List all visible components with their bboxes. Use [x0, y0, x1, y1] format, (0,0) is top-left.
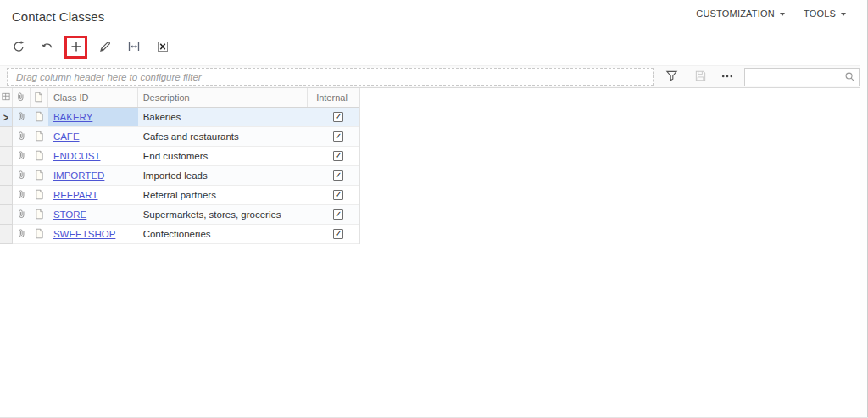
description-cell[interactable]: Bakeries: [138, 108, 309, 127]
notes-column-header[interactable]: [31, 88, 48, 107]
class-id-link[interactable]: BAKERY: [53, 112, 92, 122]
internal-cell: [308, 108, 359, 127]
row-attachment-cell[interactable]: [13, 108, 31, 127]
row-notes-cell[interactable]: [31, 205, 48, 225]
refresh-icon: [12, 40, 25, 53]
class-id-link[interactable]: CAFE: [53, 131, 80, 142]
row-attachment-cell[interactable]: [13, 225, 31, 244]
filter-drop-zone[interactable]: Drag column header here to configure fil…: [7, 68, 654, 86]
paperclip-icon: [16, 111, 27, 124]
row-notes-cell[interactable]: [31, 186, 48, 205]
row-notes-cell[interactable]: [31, 166, 48, 186]
table-row[interactable]: SWEETSHOP Confectioneries: [0, 225, 359, 244]
class-id-cell: BAKERY: [48, 108, 138, 127]
paperclip-icon: [16, 189, 27, 202]
row-attachment-cell[interactable]: [13, 147, 31, 166]
paperclip-icon: [16, 228, 27, 241]
table-row[interactable]: CAFE Cafes and restaurants: [0, 127, 359, 147]
paperclip-icon: [16, 170, 27, 182]
row-attachment-cell[interactable]: [13, 205, 31, 225]
fit-width-button[interactable]: [122, 36, 145, 59]
description-cell[interactable]: Supermarkets, stores, groceries: [138, 205, 309, 225]
class-id-link[interactable]: IMPORTED: [53, 170, 105, 181]
internal-checkbox[interactable]: [333, 170, 343, 181]
internal-checkbox[interactable]: [333, 151, 343, 161]
row-selector[interactable]: [0, 127, 13, 147]
paperclip-icon: [16, 131, 27, 143]
row-notes-cell[interactable]: [31, 225, 48, 244]
attachments-column-header[interactable]: [13, 88, 31, 107]
file-icon: [34, 228, 45, 241]
customization-menu[interactable]: CUSTOMIZATION: [696, 8, 785, 19]
save-filter-button[interactable]: [691, 69, 709, 86]
row-notes-cell[interactable]: [31, 108, 48, 127]
table-row[interactable]: IMPORTED Imported leads: [0, 166, 359, 186]
contact-classes-screen: Contact Classes CUSTOMIZATION TOOLS: [0, 0, 868, 418]
class-id-cell: ENDCUST: [48, 147, 138, 166]
internal-checkbox[interactable]: [333, 229, 343, 239]
description-cell[interactable]: Imported leads: [138, 166, 309, 186]
search-icon: [843, 70, 856, 86]
grid-more-menu-button[interactable]: [718, 69, 737, 86]
row-selector[interactable]: [0, 166, 13, 186]
description-cell[interactable]: Cafes and restaurants: [138, 127, 309, 147]
vertical-scrollbar[interactable]: [860, 0, 868, 418]
class-id-cell: CAFE: [48, 127, 138, 147]
description-text: Cafes and restaurants: [143, 131, 239, 142]
table-row[interactable]: STORE Supermarkets, stores, groceries: [0, 205, 359, 225]
row-attachment-cell[interactable]: [13, 166, 31, 186]
row-selector[interactable]: [0, 186, 13, 205]
filter-bar: Drag column header here to configure fil…: [0, 65, 860, 88]
add-record-button[interactable]: [64, 36, 87, 59]
grid-search: [744, 68, 860, 86]
row-attachment-cell[interactable]: [13, 186, 31, 205]
search-input[interactable]: [744, 68, 860, 86]
page-title: Contact Classes: [12, 9, 104, 24]
description-cell[interactable]: Confectioneries: [138, 225, 309, 244]
class-id-link[interactable]: STORE: [53, 209, 86, 220]
customization-menu-label: CUSTOMIZATION: [696, 8, 775, 19]
tools-menu[interactable]: TOOLS: [804, 8, 846, 19]
internal-checkbox[interactable]: [333, 209, 343, 220]
column-header-description[interactable]: Description: [138, 88, 309, 107]
class-id-link[interactable]: ENDCUST: [53, 151, 101, 161]
class-id-link[interactable]: REFPART: [53, 190, 98, 200]
undo-button[interactable]: [36, 36, 58, 59]
description-cell[interactable]: Referral partners: [138, 186, 309, 205]
row-notes-cell[interactable]: [31, 147, 48, 166]
description-text: Referral partners: [143, 190, 216, 200]
column-header-internal[interactable]: Internal: [308, 88, 359, 107]
file-icon: [34, 111, 45, 124]
row-settings-header[interactable]: [0, 88, 13, 107]
undo-arrow-icon: [41, 40, 54, 53]
refresh-button[interactable]: [7, 36, 30, 59]
row-selector[interactable]: [0, 147, 13, 166]
internal-checkbox[interactable]: [333, 112, 343, 122]
row-attachment-cell[interactable]: [13, 127, 31, 147]
filter-settings-button[interactable]: [662, 69, 681, 86]
row-notes-cell[interactable]: [31, 127, 48, 147]
table-row[interactable]: > BAKERY Bakeries: [0, 108, 359, 127]
file-icon: [34, 209, 45, 221]
export-excel-button[interactable]: [151, 36, 174, 59]
table-row[interactable]: REFPART Referral partners: [0, 186, 359, 205]
paperclip-icon: [16, 150, 27, 163]
internal-cell: [308, 147, 359, 166]
row-selector[interactable]: >: [0, 108, 13, 127]
description-text: Supermarkets, stores, groceries: [143, 209, 281, 220]
edit-record-button[interactable]: [93, 36, 116, 59]
column-header-class-id[interactable]: Class ID: [48, 88, 138, 107]
row-selector[interactable]: [0, 205, 13, 225]
internal-checkbox[interactable]: [333, 190, 343, 200]
title-bar: Contact Classes CUSTOMIZATION TOOLS: [0, 0, 860, 32]
internal-cell: [308, 186, 359, 205]
description-cell[interactable]: End customers: [138, 147, 309, 166]
description-text: End customers: [143, 151, 209, 161]
class-id-link[interactable]: SWEETSHOP: [53, 229, 115, 239]
table-row[interactable]: ENDCUST End customers: [0, 147, 359, 166]
internal-checkbox[interactable]: [333, 131, 343, 142]
file-icon: [34, 170, 45, 182]
filter-drag-hint: Drag column header here to configure fil…: [16, 72, 202, 82]
chevron-down-icon: [841, 13, 846, 16]
row-selector[interactable]: [0, 225, 13, 244]
